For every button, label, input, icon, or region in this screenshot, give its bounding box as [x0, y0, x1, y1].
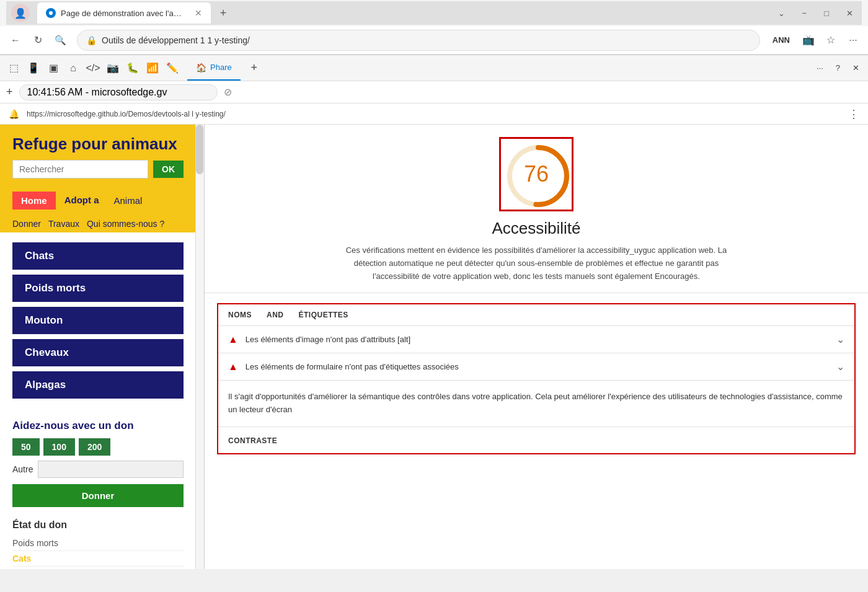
panel-tool[interactable]: ▣: [43, 58, 63, 78]
issues-footer: CONTRASTE: [218, 427, 854, 453]
issue-text-1: Les éléments de formulaire n'ont pas d'é…: [246, 362, 836, 371]
chevron-down-icon[interactable]: ⌄: [774, 6, 789, 20]
search-ok-button[interactable]: OK: [153, 161, 184, 178]
title-bar: 👤 Page de démonstration avec l'accessibi…: [0, 0, 868, 26]
animal-mouton-button[interactable]: Mouton: [12, 307, 184, 334]
donation-custom-input[interactable]: [38, 461, 184, 478]
more-options-button[interactable]: ···: [812, 61, 828, 75]
website-content: Refuge pour animaux OK Home Adopt a Anim…: [0, 125, 196, 569]
address-text: Outils de développement 1 1 y-testing/: [102, 35, 751, 45]
add-tab-button[interactable]: +: [244, 58, 264, 78]
nav-animal-label: Animal: [108, 192, 149, 210]
add-audit-button[interactable]: +: [6, 86, 13, 99]
animal-poids-button[interactable]: Poids morts: [12, 275, 184, 302]
accessibility-title: Accessibilité: [492, 219, 580, 238]
element-picker-tool[interactable]: ⬚: [4, 58, 24, 78]
address-bar[interactable]: 🔒 Outils de développement 1 1 y-testing/: [77, 30, 760, 51]
gauge-score: 76: [524, 161, 549, 187]
cast-icon[interactable]: 📺: [800, 32, 817, 49]
left-panel: Refuge pour animaux OK Home Adopt a Anim…: [0, 125, 205, 569]
devtools-tabs: 🏠 Phare +: [187, 56, 264, 81]
back-button[interactable]: ←: [6, 31, 25, 50]
nav-qui-link[interactable]: Qui sommes-nous ?: [87, 219, 164, 229]
main-content: Refuge pour animaux OK Home Adopt a Anim…: [0, 125, 868, 569]
donation-200-button[interactable]: 200: [79, 438, 110, 456]
status-item-poids: Poids morts: [12, 536, 184, 551]
devtools-tabs-right: ··· ? ✕: [812, 61, 864, 75]
restore-button[interactable]: □: [820, 6, 833, 20]
tab-phare[interactable]: 🏠 Phare: [187, 56, 241, 81]
scroll-bar[interactable]: [195, 125, 204, 569]
right-panel: 76 Accessibilité Ces vérifications mette…: [205, 125, 868, 569]
profile-label[interactable]: ANN: [768, 33, 795, 47]
tab-close-icon[interactable]: ✕: [195, 8, 202, 18]
browser-tab[interactable]: Page de démonstration avec l'accessibili…: [37, 2, 211, 24]
svg-point-0: [49, 11, 53, 15]
new-tab-button[interactable]: +: [215, 4, 232, 22]
issues-tab-noms[interactable]: NOMS: [228, 311, 252, 319]
close-devtools-button[interactable]: ✕: [848, 61, 864, 75]
warning-triangle-icon-0: ▲: [228, 334, 238, 345]
donation-submit-button[interactable]: Donner: [12, 484, 184, 507]
issues-tab-and[interactable]: AND: [267, 311, 284, 319]
scroll-thumb[interactable]: [196, 125, 203, 174]
close-button[interactable]: ✕: [843, 6, 857, 20]
debug-tool[interactable]: 🐛: [123, 58, 143, 78]
refresh-button[interactable]: ↻: [29, 31, 47, 50]
source-bar: 🔔 https://microsoftedge.github.io/Demos/…: [0, 104, 868, 125]
issue-item-1[interactable]: ▲ Les éléments de formulaire n'ont pas d…: [218, 353, 854, 381]
edge-icon: [46, 8, 56, 18]
nav-right: ANN 📺 ☆ ···: [768, 32, 862, 49]
tab-title: Page de démonstration avec l'accessibili…: [61, 9, 185, 18]
chevron-icon-0: ⌄: [836, 334, 844, 345]
donation-status-title: État du don: [12, 519, 184, 531]
favorites-icon[interactable]: ☆: [822, 32, 839, 49]
search-input[interactable]: [12, 160, 148, 179]
nav-bar: ← ↻ 🔍 🔒 Outils de développement 1 1 y-te…: [0, 26, 868, 55]
animal-alpagas-button[interactable]: Alpagas: [12, 371, 184, 399]
cancel-audit-button[interactable]: ⊘: [224, 86, 232, 98]
warning-triangle-icon-1: ▲: [228, 361, 238, 373]
issues-footer-label[interactable]: CONTRASTE: [228, 436, 277, 445]
status-item-cats: Cats: [12, 551, 184, 567]
home-tool[interactable]: ⌂: [63, 58, 83, 78]
profile-icon[interactable]: 👤: [11, 4, 30, 22]
site-title: Refuge pour animaux: [12, 135, 184, 154]
issues-tab-etiquettes[interactable]: ÉTIQUETTES: [299, 311, 348, 319]
code-tool[interactable]: </>: [83, 58, 103, 78]
animal-chevaux-button[interactable]: Chevaux: [12, 339, 184, 366]
nav-adopt-button[interactable]: Adopt a: [56, 191, 108, 210]
accessibility-description: Ces vérifications mettent en évidence le…: [332, 244, 741, 283]
network-tool[interactable]: 📶: [143, 58, 162, 78]
audit-url-input[interactable]: 10:41:56 AM - microsoftedge.gv: [19, 84, 218, 100]
issues-note: Il s'agit d'opportunités d'améliorer la …: [218, 381, 854, 427]
score-section: 76 Accessibilité Ces vérifications mette…: [205, 125, 868, 293]
nav-donner-link[interactable]: Donner: [12, 219, 41, 229]
screenshot-tool[interactable]: 📷: [103, 58, 123, 78]
donation-100-button[interactable]: 100: [43, 438, 75, 456]
donation-other: Autre: [12, 461, 184, 478]
nav-travaux-link[interactable]: Travaux: [48, 219, 79, 229]
device-emulation-tool[interactable]: 📱: [24, 58, 43, 78]
site-header: Refuge pour animaux OK: [0, 125, 196, 188]
minimize-button[interactable]: −: [799, 6, 811, 20]
donation-title: Aidez-nous avec un don: [12, 420, 184, 432]
animal-chats-button[interactable]: Chats: [12, 242, 184, 270]
score-gauge: 76: [499, 137, 574, 211]
nav-secondary: Donner Travaux Qui sommes-nous ?: [0, 215, 196, 232]
search-button[interactable]: 🔍: [51, 31, 69, 50]
donation-50-button[interactable]: 50: [12, 438, 40, 456]
animal-list: Chats Poids morts Mouton Chevaux Alpagas: [0, 232, 196, 413]
help-button[interactable]: ?: [831, 61, 845, 75]
source-more-button[interactable]: ⋮: [848, 107, 859, 121]
devtools-toolbar: ⬚ 📱 ▣ ⌂ </> 📷 🐛 📶 ✏️ 🏠 Phare + ··· ? ✕: [0, 55, 868, 81]
issues-section: NOMS AND ÉTIQUETTES ▲ Les éléments d'ima…: [217, 303, 856, 454]
nav-home-button[interactable]: Home: [12, 192, 56, 210]
draw-tool[interactable]: ✏️: [162, 58, 182, 78]
lock-icon: 🔒: [86, 35, 97, 45]
audit-url-text: 10:41:56 AM - microsoftedge.gv: [27, 87, 167, 98]
issue-item-0[interactable]: ▲ Les éléments d'image n'ont pas d'attri…: [218, 326, 854, 353]
donation-status: État du don Poids morts Cats: [0, 513, 196, 569]
issues-header: NOMS AND ÉTIQUETTES: [218, 304, 854, 326]
more-icon[interactable]: ···: [844, 32, 862, 49]
